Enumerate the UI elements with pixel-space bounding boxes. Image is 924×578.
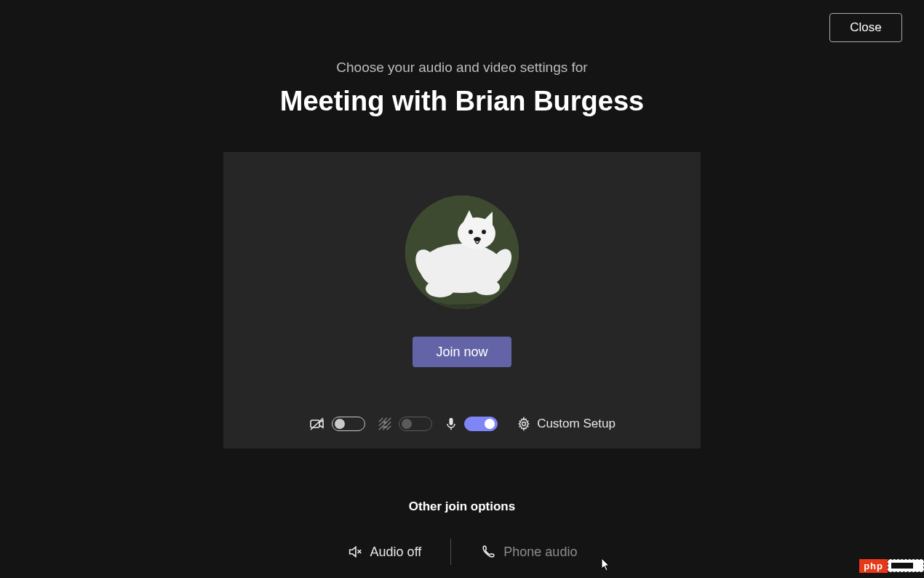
meeting-title: Meeting with Brian Burgess — [0, 86, 924, 117]
svg-rect-20 — [450, 418, 453, 425]
svg-point-5 — [474, 279, 500, 295]
svg-rect-12 — [311, 420, 319, 428]
background-control — [377, 416, 432, 432]
settings-subtitle: Choose your audio and video settings for — [0, 60, 924, 76]
phone-audio-label: Phone audio — [503, 545, 577, 560]
pre-join-controls: Custom Setup — [223, 415, 701, 433]
close-button[interactable]: Close — [829, 13, 902, 42]
camera-toggle[interactable] — [332, 417, 365, 431]
camera-control — [308, 415, 365, 433]
background-effects-icon — [377, 416, 393, 432]
camera-off-icon — [308, 415, 326, 433]
other-join-options: Other join options Audio off Phone audio — [0, 499, 924, 565]
svg-point-22 — [522, 422, 526, 426]
watermark-badge — [888, 559, 924, 572]
video-preview-panel: Join now — [223, 152, 701, 449]
gear-icon — [517, 417, 531, 431]
avatar — [405, 196, 519, 309]
svg-line-14 — [379, 418, 383, 422]
custom-setup-button[interactable]: Custom Setup — [517, 417, 616, 431]
background-toggle[interactable] — [399, 417, 432, 431]
watermark: php — [859, 558, 924, 574]
microphone-toggle[interactable] — [464, 417, 498, 431]
svg-point-19 — [383, 421, 386, 424]
svg-point-4 — [426, 280, 455, 297]
phone-audio-option[interactable]: Phone audio — [451, 539, 606, 564]
header: Choose your audio and video settings for… — [0, 0, 924, 117]
avatar-image — [405, 196, 519, 309]
join-now-button[interactable]: Join now — [413, 337, 511, 367]
watermark-text: php — [859, 559, 888, 573]
svg-point-9 — [474, 237, 481, 241]
other-options-row: Audio off Phone audio — [0, 539, 924, 565]
audio-off-label: Audio off — [370, 545, 422, 560]
custom-setup-label: Custom Setup — [537, 417, 616, 431]
microphone-icon — [444, 416, 458, 432]
svg-point-8 — [482, 230, 486, 234]
mic-control — [444, 416, 498, 432]
svg-point-7 — [469, 230, 473, 234]
speaker-mute-icon — [347, 544, 363, 560]
phone-icon — [480, 544, 496, 560]
audio-off-option[interactable]: Audio off — [318, 539, 451, 564]
other-options-title: Other join options — [0, 499, 924, 514]
